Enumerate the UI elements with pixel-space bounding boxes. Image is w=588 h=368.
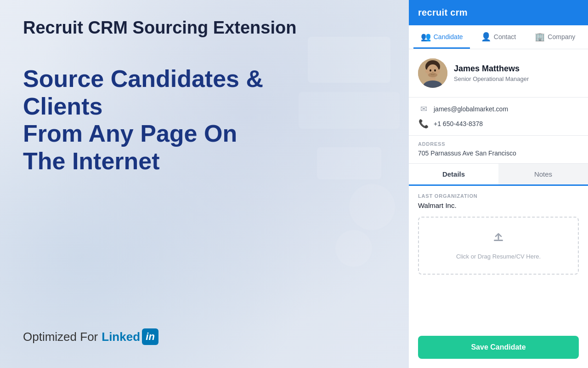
tab-notes[interactable]: Notes bbox=[498, 164, 588, 184]
profile-job-title: Senior Operational Manager bbox=[454, 75, 579, 82]
svg-rect-10 bbox=[494, 240, 503, 241]
address-text: 705 Parnassus Ave San Francisco bbox=[418, 150, 579, 157]
tab-candidate[interactable]: 👥 Candidate bbox=[413, 25, 470, 49]
profile-info: James Matthews Senior Operational Manage… bbox=[454, 64, 579, 82]
phone-text: +1 650-443-8378 bbox=[434, 120, 483, 127]
svg-point-8 bbox=[425, 69, 428, 73]
profile-name: James Matthews bbox=[454, 64, 579, 74]
profile-section: James Matthews Senior Operational Manage… bbox=[409, 49, 588, 98]
contact-details: ✉ james@globalmarket.com 📞 +1 650-443-83… bbox=[409, 98, 588, 136]
resume-upload-area[interactable]: Click or Drag Resume/CV Here. bbox=[418, 217, 579, 275]
left-panel: Recruit CRM Sourcing Extension Source Ca… bbox=[0, 0, 409, 368]
tab-contact-label: Contact bbox=[494, 33, 516, 40]
email-icon: ✉ bbox=[418, 104, 429, 114]
inner-tabs: Details Notes bbox=[409, 164, 588, 186]
upload-text: Click or Drag Resume/CV Here. bbox=[428, 253, 569, 260]
svg-point-6 bbox=[434, 69, 436, 72]
linkedin-icon: in bbox=[142, 328, 158, 345]
main-title: Recruit CRM Sourcing Extension bbox=[23, 18, 386, 38]
candidate-icon: 👥 bbox=[421, 32, 431, 42]
avatar bbox=[418, 58, 447, 88]
org-label: LAST ORGANIZATION bbox=[418, 193, 579, 199]
company-icon: 🏢 bbox=[535, 32, 545, 42]
email-text: james@globalmarket.com bbox=[434, 105, 508, 113]
svg-point-5 bbox=[430, 69, 431, 72]
phone-icon: 📞 bbox=[418, 119, 429, 129]
svg-point-7 bbox=[428, 73, 437, 77]
tab-contact[interactable]: 👤 Contact bbox=[470, 25, 526, 49]
org-value: Walmart Inc. bbox=[418, 201, 579, 209]
upload-icon bbox=[428, 231, 569, 249]
save-candidate-button[interactable]: Save Candidate bbox=[418, 336, 579, 359]
address-label: ADDRESS bbox=[418, 141, 579, 147]
profile-row: James Matthews Senior Operational Manage… bbox=[418, 58, 579, 88]
tab-details[interactable]: Details bbox=[409, 164, 498, 184]
crm-header: recruit crm bbox=[409, 0, 588, 25]
email-row: ✉ james@globalmarket.com bbox=[418, 104, 579, 114]
optimized-section: Optimized For Linked in bbox=[23, 328, 158, 345]
details-content: LAST ORGANIZATION Walmart Inc. Click or … bbox=[409, 186, 588, 336]
phone-row: 📞 +1 650-443-8378 bbox=[418, 119, 579, 129]
contact-icon: 👤 bbox=[481, 32, 491, 42]
crm-top-tabs: 👥 Candidate 👤 Contact 🏢 Company bbox=[409, 25, 588, 49]
svg-point-9 bbox=[437, 69, 440, 73]
tab-company-label: Company bbox=[548, 33, 575, 40]
crm-title: recruit crm bbox=[418, 7, 468, 17]
optimized-label: Optimized For bbox=[23, 330, 98, 344]
crm-panel: recruit crm 👥 Candidate 👤 Contact 🏢 Comp… bbox=[409, 0, 588, 368]
linkedin-text: Linked bbox=[102, 330, 140, 344]
linkedin-logo: Linked in bbox=[102, 328, 158, 345]
tab-company[interactable]: 🏢 Company bbox=[527, 25, 583, 49]
address-section: ADDRESS 705 Parnassus Ave San Francisco bbox=[409, 136, 588, 164]
tab-candidate-label: Candidate bbox=[434, 33, 463, 40]
hero-text: Source Candidates & Clients From Any Pag… bbox=[23, 65, 345, 175]
